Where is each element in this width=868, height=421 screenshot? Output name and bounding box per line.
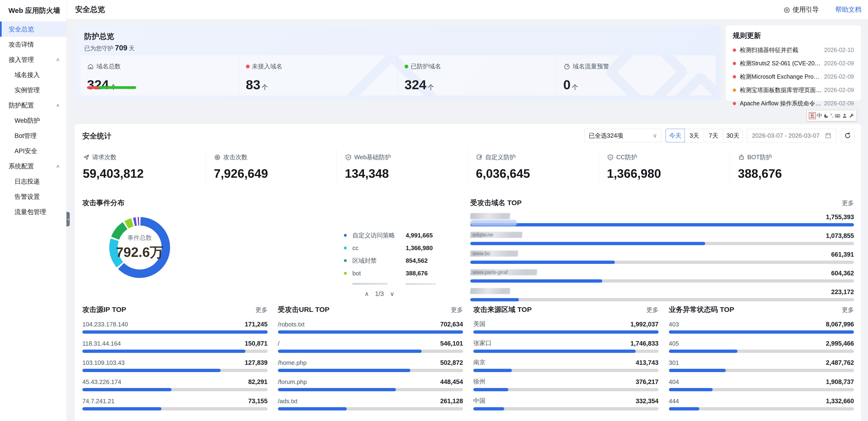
wrench-icon[interactable] bbox=[848, 113, 855, 119]
sidebar-item-7[interactable]: Bot管理 bbox=[0, 128, 66, 143]
legend-dot-icon bbox=[344, 272, 347, 275]
ime-lang-button[interactable]: 中 bbox=[817, 112, 823, 119]
censored-domain-label: edqtw.ne bbox=[470, 232, 522, 238]
date-range-value: 2026-03-07 - 2026-03-07 bbox=[752, 132, 819, 139]
top-list-label: 103.109.103.43 bbox=[82, 359, 125, 366]
sidebar-item-8[interactable]: API安全 bbox=[0, 143, 66, 159]
rule-text[interactable]: 检测Struts2 S2-061 (CVE-2020-17530)远... bbox=[740, 59, 822, 67]
top-list-value: 661,391 bbox=[831, 251, 854, 258]
top-list-row: 104.233.178.140171,245 bbox=[82, 320, 268, 334]
top-list-bar bbox=[669, 369, 854, 372]
app-title: Web 应用防火墙 bbox=[0, 0, 66, 22]
top-list-value: 150,871 bbox=[245, 340, 268, 347]
user-icon[interactable] bbox=[842, 113, 848, 119]
rule-text[interactable]: 检测Microsoft Exchange ProxyLogon漏洞... bbox=[740, 73, 822, 81]
top-list-row: 74.7.241.2173,155 bbox=[82, 397, 268, 411]
sidebar-collapse-handle[interactable]: ◂ bbox=[66, 212, 70, 226]
metric-2: Web基础防护134,348 bbox=[337, 149, 468, 182]
sidebar-item-label: 系统配置 bbox=[9, 162, 34, 170]
more-link[interactable]: 更多 bbox=[646, 306, 659, 314]
range-button-30天[interactable]: 30天 bbox=[723, 129, 743, 142]
more-link[interactable]: 更多 bbox=[842, 306, 854, 314]
metric-1: 攻击次数7,926,649 bbox=[206, 149, 337, 182]
sidebar-item-label: Bot管理 bbox=[14, 132, 37, 140]
rule-date: 2026-02-09 bbox=[824, 73, 854, 80]
ime-wubi-button[interactable]: 五 bbox=[809, 112, 816, 119]
status-dot-icon bbox=[246, 65, 250, 68]
range-button-今天[interactable]: 今天 bbox=[665, 129, 685, 142]
sidebar-item-2[interactable]: 接入管理∧ bbox=[0, 52, 66, 67]
rule-text[interactable]: 检测扫描器特征并拦截 bbox=[740, 46, 822, 54]
chevron-up-icon: ∧ bbox=[56, 103, 60, 108]
sidebar-item-5[interactable]: 防护配置∧ bbox=[0, 97, 66, 113]
top-list-label: /forum.php bbox=[278, 378, 307, 386]
top-list-row: /forum.php448,454 bbox=[278, 378, 463, 391]
top-list-bar bbox=[669, 407, 854, 411]
top-list-bar bbox=[278, 388, 463, 391]
domain-top-title: 受攻击域名 TOP bbox=[470, 198, 522, 208]
top-list-value: 1,755,393 bbox=[826, 214, 854, 221]
rule-text[interactable]: 检测宝塔面板数据库管理页面（pma）未... bbox=[740, 86, 822, 94]
sidebar-item-1[interactable]: 攻击详情 bbox=[0, 37, 66, 52]
refresh-button[interactable] bbox=[841, 129, 855, 142]
sidebar-item-0[interactable]: 安全总览 bbox=[0, 22, 66, 37]
sidebar-item-label: 域名接入 bbox=[14, 71, 40, 79]
metric-label: 攻击次数 bbox=[223, 153, 248, 161]
top-list-value: 604,362 bbox=[831, 270, 854, 277]
top-list-row: /home.php502,872 bbox=[278, 359, 463, 372]
help-doc-link[interactable]: 帮助文档 bbox=[835, 5, 862, 14]
more-link[interactable]: 更多 bbox=[451, 306, 463, 314]
top-list-value: 1,908,737 bbox=[826, 378, 854, 386]
pager-up-icon[interactable]: ∧ bbox=[365, 290, 369, 298]
severity-dot-icon bbox=[733, 88, 736, 92]
top-list-row: 中国332,354 bbox=[473, 397, 659, 411]
top-list-value: 1,332,660 bbox=[826, 398, 854, 405]
time-range-segment: 今天3天7天30天 bbox=[665, 129, 743, 142]
chevron-down-icon: ∨ bbox=[653, 132, 657, 139]
top-list-bar bbox=[473, 407, 659, 411]
legend-row: 区域封禁854,562 bbox=[344, 254, 484, 267]
domain-select[interactable]: 已全选324项 ∨ bbox=[584, 129, 661, 142]
security-statistics-card: 安全统计 已全选324项 ∨ 今天3天7天30天 2026-03-07 - 20… bbox=[75, 124, 861, 421]
keyboard-icon[interactable] bbox=[835, 113, 841, 119]
overview-title: 防护总览 bbox=[84, 31, 114, 42]
date-range-picker[interactable]: 2026-03-07 - 2026-03-07 bbox=[747, 129, 837, 142]
sidebar-item-12[interactable]: 流量包管理 bbox=[0, 204, 66, 219]
more-link[interactable]: 更多 bbox=[255, 306, 268, 314]
metric-value: 388,676 bbox=[738, 167, 861, 180]
domain-top-more-link[interactable]: 更多 bbox=[842, 199, 854, 207]
sidebar-item-10[interactable]: 日志投递 bbox=[0, 174, 66, 189]
top-list-value: 702,634 bbox=[440, 321, 463, 328]
sidebar-item-4[interactable]: 实例管理 bbox=[0, 82, 66, 97]
top-list-value: 1,992,037 bbox=[630, 321, 658, 328]
target-icon bbox=[214, 154, 221, 161]
metric-value: 7,926,649 bbox=[214, 167, 337, 180]
rule-text[interactable]: Apache Airflow 操作系统命令注入漏洞(C... bbox=[740, 100, 822, 107]
censor-highlight-blob bbox=[470, 220, 517, 226]
top-list-value: 413,743 bbox=[636, 359, 659, 366]
legend-label: bot bbox=[352, 270, 406, 277]
sidebar-item-label: 告警设置 bbox=[14, 193, 40, 201]
pager-down-icon[interactable]: ∨ bbox=[390, 290, 395, 298]
usage-guide-button[interactable]: ◎ 使用引导 bbox=[784, 5, 819, 14]
top-list-row: www.bc661,391 bbox=[470, 250, 854, 264]
sidebar-item-3[interactable]: 域名接入 bbox=[0, 67, 66, 82]
sidebar-item-6[interactable]: Web防护 bbox=[0, 113, 66, 128]
sidebar-item-9[interactable]: 系统配置∧ bbox=[0, 159, 66, 174]
top-list-bar bbox=[473, 369, 659, 372]
top-list-bar bbox=[669, 349, 854, 353]
top-list-row: 4041,908,737 bbox=[669, 378, 854, 391]
calendar-icon bbox=[825, 132, 832, 139]
metric-label: Web基础防护 bbox=[354, 153, 391, 161]
censored-domain-label: www.bc bbox=[470, 251, 518, 257]
range-button-3天[interactable]: 3天 bbox=[685, 129, 704, 142]
metric-5: BOT防护388,676 bbox=[730, 149, 861, 182]
moon-icon[interactable] bbox=[823, 113, 829, 119]
top-list-value: 261,128 bbox=[440, 398, 463, 405]
rule-date: 2026-02-10 bbox=[824, 47, 854, 53]
range-button-7天[interactable]: 7天 bbox=[704, 129, 723, 142]
top-list-row: 美国1,992,037 bbox=[473, 320, 659, 334]
ime-punct-button[interactable]: °, bbox=[830, 113, 834, 118]
severity-dot-icon bbox=[733, 49, 736, 52]
sidebar-item-11[interactable]: 告警设置 bbox=[0, 189, 66, 204]
